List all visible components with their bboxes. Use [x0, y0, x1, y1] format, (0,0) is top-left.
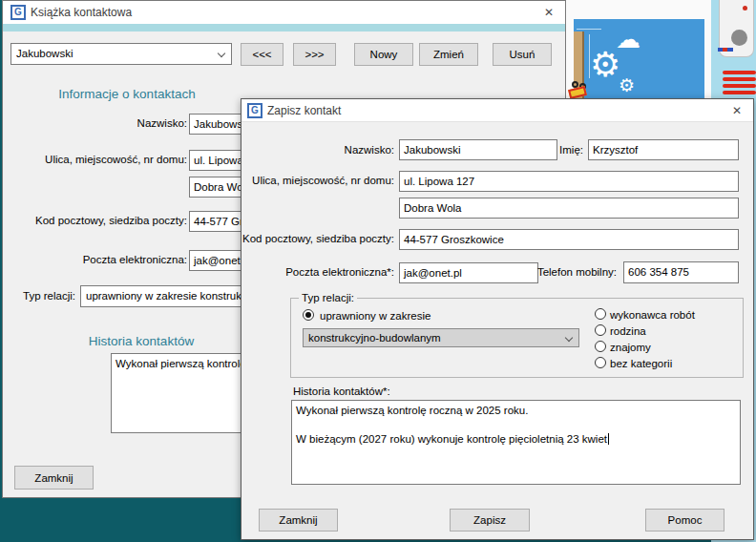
chevron-down-icon [218, 50, 225, 57]
radiator-pipe [723, 71, 756, 74]
radio-family[interactable] [595, 324, 606, 336]
contact-select-combo[interactable]: Jakubowski [10, 43, 232, 65]
phone-label: Telefon mobilny: [533, 266, 617, 278]
close-icon[interactable]: ✕ [728, 103, 746, 119]
relation-scope-value: konstrukcyjno-budowlanym [308, 332, 441, 344]
title-bar: G Zapisz kontakt ✕ [242, 99, 753, 122]
first-name-label: Imię: [528, 144, 583, 156]
radio-uncategorized[interactable] [595, 357, 606, 368]
chevron-down-icon [565, 334, 573, 342]
new-contact-button[interactable]: Nowy [354, 43, 413, 66]
dialog-title: Zapisz kontakt [267, 104, 341, 117]
text-caret [608, 433, 609, 445]
postal-label: Kod pocztowy, siedziba poczty: [242, 233, 394, 244]
relation-scope-dropdown[interactable]: konstrukcyjno-budowlanym [303, 328, 579, 347]
app-logo-icon: G [247, 103, 262, 118]
phone-field[interactable]: 606 354 875 [623, 261, 739, 283]
email-field[interactable]: jak@onet.pl [399, 262, 538, 283]
relation-label: Typ relacji: [3, 290, 75, 302]
dimension-line [577, 29, 601, 30]
titlebar-accent-strip [3, 24, 565, 31]
next-contact-button[interactable]: >>> [293, 43, 336, 66]
contact-info-heading: Informacje o kontaktach [3, 87, 251, 101]
history-line [296, 418, 736, 432]
desktop: ☁ ⚙ ⚙ G Książka kontaktowa ✕ Jakubowski … [0, 0, 756, 542]
gear-icon: ⚙ [590, 48, 620, 82]
first-name-field[interactable]: Krzysztof [588, 139, 739, 160]
app-logo-icon: G [10, 5, 26, 20]
pipe-markers [718, 48, 733, 52]
surname-label: Nazwisko: [3, 117, 187, 129]
street-label: Ulica, miejscowość, nr domu: [242, 175, 394, 186]
radio-friend[interactable] [595, 341, 606, 352]
gear-icon: ⚙ [619, 76, 635, 94]
edit-contact-button[interactable]: Zmień [419, 43, 478, 66]
city-field[interactable]: Dobra Wola [399, 198, 739, 219]
close-dialog-button[interactable]: Zamknij [259, 509, 338, 532]
delete-contact-button[interactable]: Usuń [493, 43, 552, 66]
history-label: Historia kontaktów*: [293, 386, 390, 397]
window-title: Książka kontaktowa [31, 6, 132, 19]
radio-contractor[interactable] [595, 308, 606, 320]
history-line: W bieżącym (2027 roku) wykonuje kontrolę… [296, 432, 736, 447]
save-contact-dialog: G Zapisz kontakt ✕ Nazwisko: Jakubowski … [241, 98, 754, 540]
radiator-pipe [723, 77, 756, 81]
history-line: Wykonał pierwszą kontrolę roczną w 2025 … [296, 404, 736, 418]
radiator-pipe [723, 84, 756, 88]
street-field[interactable]: ul. Lipowa 127 [399, 171, 739, 192]
boiler-dial [731, 30, 747, 46]
street-label: Ulica, miejscowość, nr domu: [3, 154, 187, 165]
relation-type-label: Typ relacji: [299, 292, 357, 303]
prev-contact-button[interactable]: <<< [241, 43, 284, 66]
radio-authorized-label: uprawniony w zakresie [320, 310, 430, 322]
radio-authorized[interactable] [303, 309, 314, 321]
radio-family-label: rodzina [610, 325, 646, 337]
boiler-led [743, 6, 747, 10]
email-label: Poczta elektroniczna: [3, 254, 187, 265]
history-textarea[interactable]: Wykonał pierwszą kontrolę roczną w 2025 … [291, 400, 741, 485]
postal-field[interactable]: 44-577 Groszkowice [399, 229, 739, 250]
help-button[interactable]: Pomoc [645, 509, 724, 532]
history-line-text: W bieżącym (2027 roku) wykonuje kontrolę… [296, 433, 607, 445]
radiator-pipe [723, 91, 756, 94]
radio-uncategorized-label: bez kategorii [610, 358, 672, 369]
history-heading: Historia kontaktów [17, 334, 265, 348]
radio-friend-label: znajomy [610, 342, 651, 353]
close-window-button[interactable]: Zamknij [14, 466, 94, 490]
radio-contractor-label: wykonawca robót [610, 309, 695, 321]
contact-select-value: Jakubowski [16, 48, 73, 59]
title-bar: G Książka kontaktowa ✕ [3, 1, 565, 24]
surname-label: Nazwisko: [242, 144, 394, 156]
close-icon[interactable]: ✕ [540, 5, 557, 21]
save-button[interactable]: Zapisz [450, 509, 530, 532]
email-label: Poczta elektroniczna*: [242, 266, 394, 278]
postal-label: Kod pocztowy, siedziba poczty: [3, 215, 187, 226]
